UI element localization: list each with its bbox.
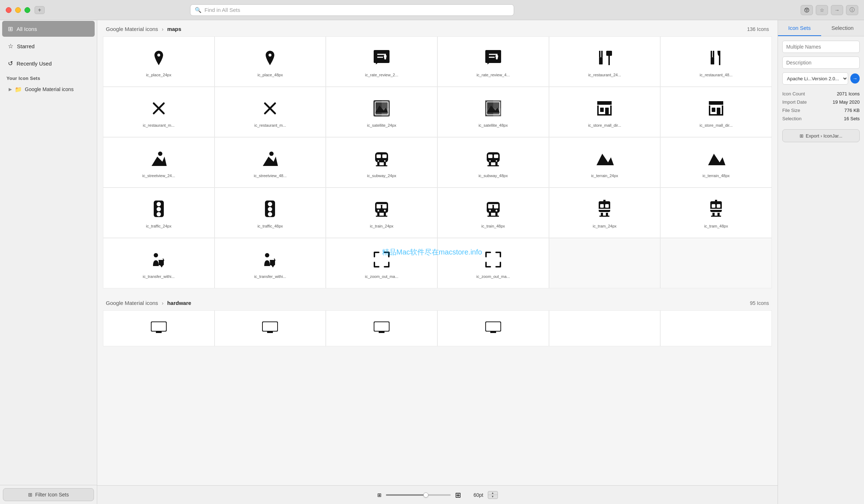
zoom-large-icon: ⊞ — [455, 491, 461, 499]
svg-point-99 — [495, 210, 497, 211]
hw-icon-6[interactable] — [660, 310, 772, 346]
icon-cell-ic-rate-review-4[interactable]: ic_rate_review_4... — [437, 36, 549, 87]
svg-rect-59 — [376, 165, 387, 166]
restaurant-cross-icon — [148, 98, 170, 119]
sidebar-item-all-icons[interactable]: ⊞ All Icons — [2, 21, 95, 37]
icon-cell-ic-train-48px[interactable]: ic_train_48px — [437, 188, 549, 238]
minimize-button[interactable] — [15, 7, 21, 13]
hw-icon-4[interactable] — [437, 310, 549, 346]
svg-point-71 — [496, 160, 497, 162]
icon-cell-ic-traffic-48px[interactable]: ic_traffic_48px — [215, 188, 326, 238]
zoom-down-arrow[interactable]: ▼ — [488, 495, 498, 499]
icon-cell-ic-place-48px[interactable]: ic_place_48px — [215, 36, 326, 87]
icon-cell-ic-restaurant-24[interactable]: ic_restaurant_24... — [549, 36, 661, 87]
close-button[interactable] — [6, 7, 12, 13]
go-button[interactable]: → — [850, 73, 860, 84]
icon-cell-ic-satellite-48px[interactable]: ic_satellite_48px — [437, 87, 549, 137]
icon-cell-ic-subway-48px[interactable]: ic_subway_48px — [437, 137, 549, 188]
export-icon: ⊞ — [800, 133, 804, 139]
icon-cell-ic-rate-review-2[interactable]: ic_rate_review_2... — [326, 36, 437, 87]
maps-breadcrumb: Google Material icons › maps — [106, 26, 181, 32]
tab-icon-sets[interactable]: Icon Sets — [778, 20, 821, 36]
icon-cell-ic-zoom-out-1[interactable]: ic_zoom_out_ma... — [326, 238, 437, 288]
sidebar-item-starred[interactable]: ☆ Starred — [2, 38, 95, 54]
hw-breadcrumb-arrow: › — [162, 300, 165, 306]
add-tab-button[interactable]: + — [35, 6, 45, 14]
icon-cell-ic-place-24px[interactable]: ic_place_24px — [103, 36, 215, 87]
share-button[interactable]: → — [831, 5, 843, 15]
hw-icon-svg-4 — [482, 316, 504, 338]
icon-cell-ic-store-mall-2[interactable]: ic_store_mall_dir... — [660, 87, 772, 137]
icon-cell-ic-train-24px[interactable]: ic_train_24px — [326, 188, 437, 238]
description-input[interactable] — [782, 57, 860, 69]
hw-icon-5[interactable] — [549, 310, 661, 346]
svg-rect-106 — [599, 209, 610, 210]
svg-rect-133 — [490, 332, 496, 333]
svg-rect-104 — [600, 204, 604, 208]
icon-cell-ic-terrain-24px[interactable]: ic_terrain_24px — [549, 137, 661, 188]
name-input[interactable] — [782, 41, 860, 53]
filter-icon-sets-button[interactable]: ⊞ Filter Icon Sets — [3, 488, 94, 501]
hw-icon-3[interactable] — [326, 310, 437, 346]
starred-label: Starred — [17, 43, 35, 49]
zoom-slider[interactable] — [386, 494, 451, 496]
hw-icon-svg-3 — [371, 316, 392, 338]
icon-cell-empty-1 — [549, 238, 661, 288]
hw-icon-1[interactable] — [103, 310, 215, 346]
hardware-breadcrumb: Google Material icons › hardware — [106, 300, 191, 306]
filter-icon-button[interactable] — [801, 5, 813, 15]
license-select[interactable]: Apache Li...Version 2.0... — [782, 72, 848, 85]
zoom-slider-thumb[interactable] — [423, 492, 428, 498]
hw-icon-2[interactable] — [215, 310, 326, 346]
svg-rect-17 — [601, 51, 603, 54]
icon-name: ic_tram_24px — [593, 224, 616, 229]
icon-name: ic_streetview_48... — [254, 173, 287, 178]
icon-cell-ic-restaurant-m-2[interactable]: ic_restaurant_m... — [215, 87, 326, 137]
icon-cell-ic-transfer-1[interactable]: ic_transfer_withi... — [103, 238, 215, 288]
zoom-value: 60pt — [465, 492, 483, 498]
icon-name: ic_restaurant_48... — [700, 72, 733, 77]
icon-cell-ic-tram-48px[interactable]: ic_tram_48px — [660, 188, 772, 238]
icon-name: ic_train_48px — [481, 224, 505, 229]
search-icon: 🔍 — [195, 7, 202, 13]
export-button[interactable]: ⊞ Export › IconJar... — [782, 129, 860, 142]
svg-point-76 — [157, 207, 161, 211]
svg-point-90 — [384, 210, 386, 211]
center-content: Google Material icons › maps 136 Icons i… — [97, 20, 778, 504]
icon-name: ic_traffic_48px — [257, 224, 283, 229]
search-bar[interactable]: 🔍 Find in All Sets — [190, 4, 514, 16]
icon-cell-ic-tram-24px[interactable]: ic_tram_24px — [549, 188, 661, 238]
sidebar-item-google-material[interactable]: ▶ 📁 Google Material icons — [0, 82, 97, 96]
streetview-icon-2 — [259, 148, 281, 170]
svg-rect-105 — [605, 204, 609, 208]
search-placeholder: Find in All Sets — [204, 7, 240, 13]
svg-rect-97 — [494, 205, 498, 208]
icon-cell-ic-terrain-48px[interactable]: ic_terrain_48px — [660, 137, 772, 188]
icon-cell-ic-streetview-24[interactable]: ic_streetview_24... — [103, 137, 215, 188]
maps-section: Google Material icons › maps 136 Icons i… — [97, 20, 778, 294]
icon-name: ic_restaurant_m... — [143, 123, 175, 128]
info-button[interactable]: ⓘ — [846, 5, 858, 15]
svg-rect-45 — [597, 114, 612, 116]
svg-rect-57 — [377, 162, 379, 165]
maximize-button[interactable] — [24, 7, 30, 13]
icon-cell-ic-satellite-24px[interactable]: ic_satellite_24px — [326, 87, 437, 137]
icon-cell-ic-store-mall-1[interactable]: ic_store_mall_dir... — [549, 87, 661, 137]
restaurant-fork-icon — [594, 47, 615, 69]
sidebar-item-recently-used[interactable]: ↺ Recently Used — [2, 55, 95, 71]
icon-cell-ic-transfer-2[interactable]: ic_transfer_withi... — [215, 238, 326, 288]
svg-rect-130 — [379, 332, 384, 333]
transfer-icon — [148, 249, 170, 270]
icon-cell-ic-subway-24px[interactable]: ic_subway_24px — [326, 137, 437, 188]
tab-selection[interactable]: Selection — [821, 20, 864, 36]
star-button[interactable]: ☆ — [816, 5, 828, 15]
svg-rect-115 — [710, 209, 722, 210]
zoom-up-arrow[interactable]: ▲ — [488, 491, 498, 495]
icon-cell-ic-restaurant-m-1[interactable]: ic_restaurant_m... — [103, 87, 215, 137]
svg-rect-123 — [152, 322, 166, 331]
icon-cell-ic-restaurant-48[interactable]: ic_restaurant_48... — [660, 36, 772, 87]
zoom-stepper[interactable]: ▲ ▼ — [488, 491, 498, 499]
icon-cell-ic-streetview-48[interactable]: ic_streetview_48... — [215, 137, 326, 188]
icon-cell-ic-zoom-out-2[interactable]: ic_zoom_out_ma... — [437, 238, 549, 288]
icon-cell-ic-traffic-24px[interactable]: ic_traffic_24px — [103, 188, 215, 238]
